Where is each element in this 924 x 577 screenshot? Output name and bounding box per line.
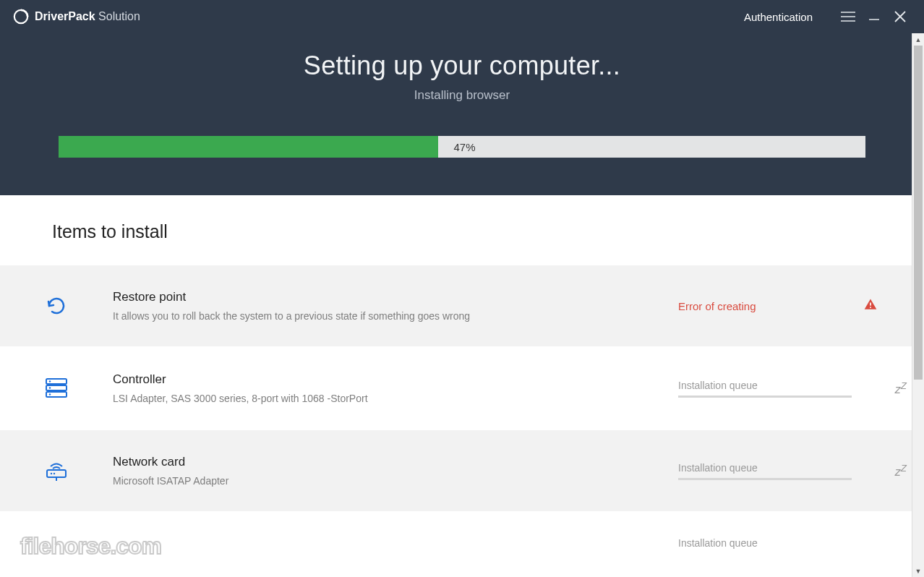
scrollbar-thumb[interactable]: [914, 46, 923, 380]
sleep-zz-icon: zZ: [895, 463, 907, 479]
svg-rect-7: [870, 303, 871, 306]
brand-name-light: Solution: [95, 10, 140, 22]
main-content: Setting up your computer... Installing b…: [0, 33, 924, 577]
svg-point-13: [49, 387, 51, 388]
warning-triangle-icon: [863, 297, 878, 315]
status-queue-text: Installation queue: [678, 380, 879, 391]
progress-percent-label: 47%: [438, 136, 476, 158]
queue-progress-bar: [678, 396, 852, 398]
item-desc: It allows you to roll back the system to…: [113, 310, 678, 322]
minimize-button[interactable]: [863, 6, 885, 27]
section-heading: Items to install: [0, 195, 924, 264]
close-button[interactable]: [889, 6, 911, 27]
svg-point-14: [49, 393, 51, 395]
brand-text: DriverPack Solution: [35, 10, 140, 23]
item-desc: Microsoft ISATAP Adapter: [113, 475, 678, 487]
authentication-link[interactable]: Authentication: [744, 11, 813, 23]
item-desc: LSI Adapter, SAS 3000 series, 8-port wit…: [113, 393, 678, 404]
sleep-zz-icon: zZ: [895, 380, 907, 396]
brand-name-strong: DriverPack: [35, 10, 95, 22]
status-queue-text: Installation queue: [678, 462, 879, 474]
svg-point-17: [51, 473, 52, 474]
brand: DriverPack Solution: [13, 9, 140, 25]
svg-rect-15: [47, 470, 66, 477]
hamburger-menu-icon[interactable]: [837, 6, 859, 27]
item-title: Restore point: [113, 290, 678, 304]
svg-rect-8: [870, 307, 871, 308]
scrollbar-up-arrow-icon[interactable]: ▲: [912, 33, 924, 46]
page-title: Setting up your computer...: [0, 51, 924, 81]
svg-point-18: [54, 473, 55, 474]
network-card-icon: [0, 460, 113, 482]
vertical-scrollbar[interactable]: ▲ ▼: [912, 33, 924, 577]
scrollbar-down-arrow-icon[interactable]: ▼: [912, 565, 924, 577]
titlebar: DriverPack Solution Authentication: [0, 0, 924, 33]
item-title: Network card: [113, 455, 678, 469]
progress-bar: 47%: [59, 136, 865, 158]
watermark: filehorse.com: [20, 533, 161, 560]
setup-header: Setting up your computer... Installing b…: [0, 33, 924, 195]
install-item-network-card: Network card Microsoft ISATAP Adapter In…: [0, 429, 924, 511]
progress-fill: [59, 136, 438, 158]
status-queue-text: Installation queue: [678, 537, 907, 549]
scrollbar-track[interactable]: [912, 46, 924, 565]
install-item-controller: Controller LSI Adapter, SAS 3000 series,…: [0, 346, 924, 429]
restore-spinner-icon: [0, 294, 113, 317]
install-item-restore-point: Restore point It allows you to roll back…: [0, 264, 924, 346]
controller-icon: [0, 377, 113, 399]
item-title: Controller: [113, 372, 678, 387]
queue-progress-bar: [678, 478, 852, 480]
app-logo-icon: [13, 9, 29, 25]
svg-point-12: [49, 380, 51, 382]
page-subtitle: Installing browser: [0, 88, 924, 103]
status-error-text: Error of creating: [678, 300, 863, 312]
